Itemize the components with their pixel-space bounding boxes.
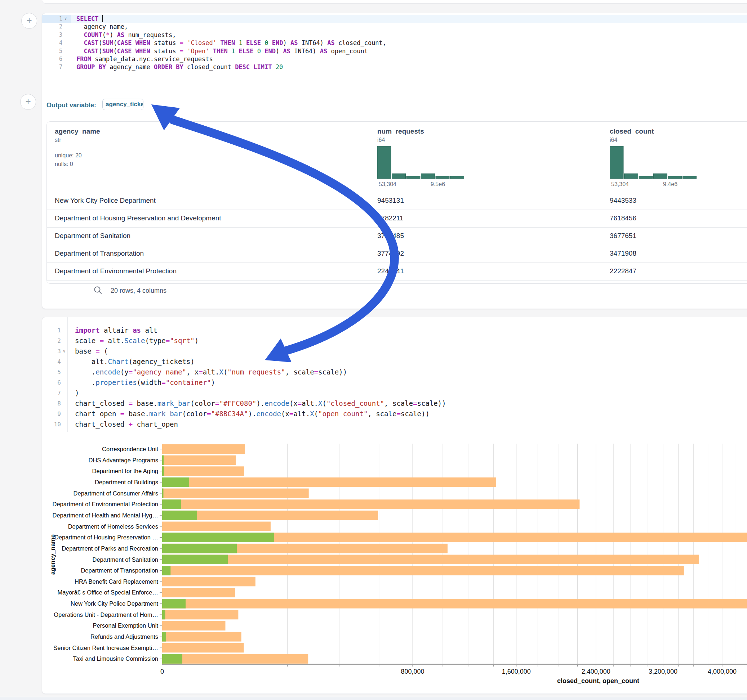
code-token: CASE WHEN [117,39,150,47]
column-type: i64 [377,137,424,143]
add-cell-button[interactable]: + [21,13,37,29]
table-cell: 9443533 [610,197,637,205]
code-line: 1import altair as alt [42,325,747,336]
code-token: "agency_name" [133,368,186,376]
y-axis-label: Taxi and Limousine Commission [73,655,158,662]
code-token [268,39,272,47]
code-token: = [100,337,104,345]
code-token: chart_open [133,420,178,428]
python-code-editor[interactable]: 1import altair as alt2scale = alt.Scale(… [42,325,747,430]
code-token [209,48,213,55]
code-token: chart_closed [75,420,129,428]
x-axis-label: 800,000 [401,668,424,675]
chart-bar-closed [162,621,225,631]
code-token: CASE WHEN [117,48,150,55]
code-token: "#FFC080" [219,399,256,407]
table-cell: 3471908 [610,249,637,258]
column-header[interactable]: agency_namestr [55,127,100,143]
code-token: = [129,368,133,376]
code-token: INT64) [290,48,320,55]
table-cell: Department of Housing Preservation and D… [55,214,221,222]
y-axis-label: Department for the Aging [92,468,158,474]
search-icon[interactable] [93,285,103,295]
code-token: AS [117,31,124,39]
code-token [183,48,187,55]
code-token [242,39,246,47]
code-token: = [129,399,133,407]
code-token [254,48,257,55]
text-cursor [102,15,103,22]
line-number: 4 [42,356,70,367]
line-number: 8 [42,398,70,409]
code-token: 20 [276,63,283,71]
chart-bar-open [162,533,274,542]
code-token: 1 [239,39,242,47]
y-axis-label: Department of Transportation [81,567,158,573]
line-number: 9 [42,409,70,419]
code-line: 4 CAST(SUM(CASE WHEN status = 'Closed' T… [42,39,747,47]
chart-bar-open [162,599,186,608]
fold-chevron-icon[interactable]: ∨ [62,15,69,23]
line-number: 5 [42,367,70,377]
chart-bar-closed [162,477,496,487]
code-token: LIMIT [253,63,272,71]
code-token: = [95,347,100,355]
output-variable-pill[interactable]: agency_tickets [102,99,144,110]
code-token: = [289,410,293,418]
code-token: = [162,379,165,386]
code-token: INT64) [298,39,327,47]
next-cell-edge [0,697,747,700]
code-line: 2scale = alt.Scale(type="sqrt") [42,336,747,346]
code-line: 3 COUNT(*) AS num_requests, [42,31,747,39]
y-axis-label: DHS Advantage Programs [88,457,158,463]
chart-bar-closed [162,466,244,476]
code-token: scale [75,337,100,345]
code-token: scale)) [417,399,446,407]
code-line: 2 agency_name, [42,23,747,31]
divider [42,115,747,115]
code-line: 10chart_closed + chart_open [42,419,747,430]
line-number: 10 [42,419,70,430]
code-token: AS [327,39,334,47]
code-token: FROM [76,56,91,63]
column-header[interactable]: closed_counti64 [610,127,654,143]
code-token: sample_data.nyc.service_requests [91,56,213,63]
chart-bar-open [162,499,181,509]
column-name: agency_name [55,127,100,136]
code-token [235,39,239,47]
table-cell: New York City Police Department [55,197,156,205]
table-row: Department of Sanitation37494853677651 [47,227,747,245]
fold-chevron-icon[interactable]: ∨ [61,346,67,356]
x-axis-label: 0 [160,668,164,675]
code-token: SUM [102,39,113,47]
sql-code-editor[interactable]: 1∨SELECT 2 agency_name,3 COUNT(*) AS num… [42,15,747,71]
code-line: 6FROM sample_data.nyc.service_requests [42,55,747,63]
line-number: 5 [42,47,71,55]
row-count-label: 20 rows, 4 columns [110,287,166,294]
code-token: , x [186,368,198,376]
chart-bar-open [162,610,165,620]
code-token: as [133,326,141,334]
y-axis-label: Department of Parks and Recreation [62,545,158,552]
x-axis-label: 2,400,000 [582,668,611,675]
table-cell: 2222847 [610,267,637,275]
line-number: 4 [42,39,71,47]
code-token: Scale [124,337,145,345]
column-header[interactable]: num_requestsi64 [377,127,424,143]
code-token: ( [98,39,102,47]
code-line: 9chart_open = base.mark_bar(color="#8BC3… [42,409,747,419]
code-token: AS [290,39,298,47]
column-type: i64 [610,137,654,143]
code-token: = [314,368,318,376]
code-token: ( [113,48,117,55]
code-token: , scale [367,410,396,418]
chart-bar-closed [162,444,245,454]
code-line: 7GROUP BY agency_name ORDER BY closed_co… [42,63,747,71]
chart-bar-closed [162,654,308,664]
bar-chart: Correspondence UnitDHS Advantage Program… [0,441,747,700]
code-token: status [150,39,180,47]
code-token: status [150,48,180,55]
column-stat: nulls: 0 [55,160,73,169]
add-cell-button[interactable]: + [20,94,36,110]
table-cell: 7618456 [610,214,637,222]
